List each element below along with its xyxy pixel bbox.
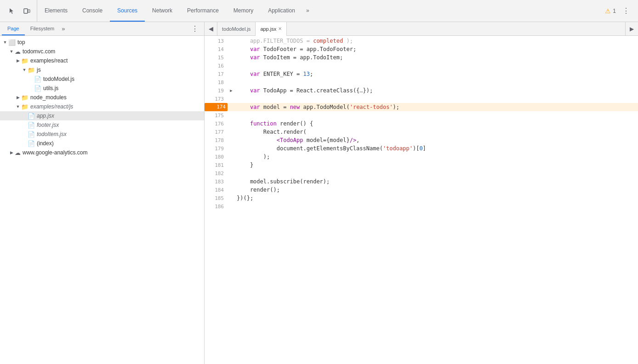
- more-menu-button[interactable]: ⋮: [620, 5, 632, 17]
- tree-item-utils[interactable]: 📄 utils.js: [0, 84, 204, 93]
- collapse-panel-button[interactable]: ◀: [205, 22, 217, 36]
- line-arrow-16: [228, 62, 235, 70]
- js-file-icon-todomodel: 📄: [34, 76, 41, 83]
- svg-rect-0: [24, 9, 28, 13]
- code-line-183: 183 model.subscribe(render);: [205, 177, 638, 186]
- arrow-examples-react: ▶: [15, 58, 21, 63]
- nav-tab-application[interactable]: Application: [261, 0, 302, 22]
- arrow-google-analytics: ▶: [8, 150, 15, 155]
- code-tab-todomodel[interactable]: todoModel.js: [217, 22, 256, 36]
- arrow-node-modules: ▶: [15, 95, 21, 100]
- line-content-183: model.subscribe(render);: [235, 177, 638, 186]
- arrow-js: ▼: [21, 68, 28, 72]
- line-num-177: 177: [205, 128, 228, 136]
- cursor-icon[interactable]: [6, 5, 18, 17]
- line-num-186: 186: [205, 202, 228, 210]
- line-num-179: 179: [205, 144, 228, 153]
- warning-icon: ⚠: [605, 7, 611, 15]
- nav-tab-console[interactable]: Console: [75, 0, 110, 22]
- code-editor[interactable]: 13 app.FILTER_TODOS = completed ); 14 va…: [205, 36, 638, 364]
- nav-tab-memory[interactable]: Memory: [226, 0, 261, 22]
- left-tabs-menu[interactable]: ⋮: [188, 24, 202, 33]
- warning-count: 1: [613, 8, 616, 14]
- tree-item-index[interactable]: 📄 (index): [0, 139, 204, 148]
- svg-rect-1: [28, 10, 30, 12]
- code-line-182: 182: [205, 169, 638, 177]
- code-line-174: 174 var model = new app.TodoModel('react…: [205, 103, 638, 111]
- tree-label-index: (index): [37, 140, 54, 147]
- tree-item-todomvc[interactable]: ▼ ☁ todomvc.com: [0, 47, 204, 56]
- jsx-file-icon-footer: 📄: [28, 122, 35, 129]
- tree-item-google-analytics[interactable]: ▶ ☁ www.google-analytics.com: [0, 148, 204, 157]
- line-content-17: var ENTER_KEY = 13;: [235, 70, 638, 78]
- arrow-top: ▼: [2, 40, 8, 45]
- line-content-175: [235, 111, 638, 119]
- code-line-178: 178 <TodoApp model={model}/>,: [205, 136, 638, 144]
- tree-label-app-jsx: app.jsx: [37, 113, 54, 119]
- code-line-19: 19 ▶ var TodoApp = React.createClass({…}…: [205, 86, 638, 95]
- js-file-icon-utils: 📄: [34, 85, 41, 92]
- tree-item-app-jsx[interactable]: 📄 app.jsx: [0, 111, 204, 120]
- line-content-184: render();: [235, 186, 638, 194]
- tree-label-examples-react: examples/react: [30, 57, 68, 64]
- line-arrow-173: [228, 95, 235, 103]
- file-tree: ▼ ⬜ top ▼ ☁ todomvc.com ▶ 📁 examples/rea…: [0, 36, 204, 364]
- line-arrow-175: [228, 111, 235, 119]
- nav-tab-sources[interactable]: Sources: [110, 0, 145, 22]
- tree-item-node-modules[interactable]: ▶ 📁 node_modules: [0, 93, 204, 102]
- line-content-15: var TodoItem = app.TodoItem;: [235, 53, 638, 62]
- code-tab-app-jsx[interactable]: app.jsx ✕: [256, 22, 287, 36]
- line-num-15: 15: [205, 53, 228, 62]
- line-num-13: 13: [205, 37, 228, 45]
- line-arrow-180: [228, 153, 235, 161]
- tree-item-todoitem-jsx[interactable]: 📄 todoItem.jsx: [0, 130, 204, 139]
- code-line-175: 175: [205, 111, 638, 119]
- line-arrow-19[interactable]: ▶: [228, 86, 235, 95]
- tab-filesystem[interactable]: Filesystem: [25, 22, 60, 35]
- tree-item-footer-jsx[interactable]: 📄 footer.jsx: [0, 120, 204, 130]
- device-toggle-icon[interactable]: [20, 5, 33, 17]
- jsx-file-icon-todoitem: 📄: [28, 131, 35, 138]
- line-num-176: 176: [205, 119, 228, 128]
- expand-panel-button[interactable]: ▶: [625, 22, 638, 36]
- nav-tab-network[interactable]: Network: [145, 0, 180, 22]
- line-num-174: 174: [205, 103, 228, 111]
- line-num-178: 178: [205, 136, 228, 144]
- arrow-examples-react-js: ▼: [15, 104, 21, 109]
- tree-item-examples-react[interactable]: ▶ 📁 examples/react: [0, 56, 204, 65]
- line-arrow-174: [228, 103, 235, 111]
- line-content-178: <TodoApp model={model}/>,: [235, 136, 638, 144]
- left-tabs-more[interactable]: »: [62, 25, 65, 32]
- tree-item-examples-react-js[interactable]: ▼ 📁 examples/react/js: [0, 102, 204, 111]
- line-arrow-182: [228, 169, 235, 177]
- nav-tab-performance[interactable]: Performance: [180, 0, 226, 22]
- line-content-185: })(};: [235, 194, 638, 202]
- code-line-184: 184 render();: [205, 186, 638, 194]
- close-tab-button[interactable]: ✕: [278, 26, 282, 31]
- line-arrow-17: [228, 70, 235, 78]
- right-panel: ◀ todoModel.js app.jsx ✕ ▶ 13 app.FILTER…: [205, 22, 638, 364]
- tab-page[interactable]: Page: [2, 22, 25, 35]
- line-arrow-179: [228, 144, 235, 153]
- warning-badge[interactable]: ⚠ 1: [605, 7, 616, 15]
- line-arrow-183: [228, 177, 235, 186]
- folder-icon-examples-react: 📁: [21, 57, 28, 64]
- nav-right: ⚠ 1 ⋮: [601, 5, 636, 17]
- line-num-17: 17: [205, 70, 228, 78]
- line-content-16: [235, 62, 638, 70]
- left-tabs: Page Filesystem » ⋮: [0, 22, 204, 36]
- nav-tab-more[interactable]: »: [302, 0, 313, 22]
- line-content-177: React.render(: [235, 128, 638, 136]
- tree-item-todomodel[interactable]: 📄 todoModel.js: [0, 74, 204, 84]
- nav-icons: [2, 0, 37, 22]
- line-num-184: 184: [205, 186, 228, 194]
- code-line-185: 185 })(};: [205, 194, 638, 202]
- tree-item-top[interactable]: ▼ ⬜ top: [0, 38, 204, 47]
- line-arrow-186: [228, 202, 235, 210]
- line-arrow-13: [228, 37, 235, 45]
- tree-item-js[interactable]: ▼ 📁 js: [0, 65, 204, 74]
- line-arrow-177: [228, 128, 235, 136]
- code-line-180: 180 );: [205, 153, 638, 161]
- nav-tab-elements[interactable]: Elements: [37, 0, 75, 22]
- code-line-16: 16: [205, 62, 638, 70]
